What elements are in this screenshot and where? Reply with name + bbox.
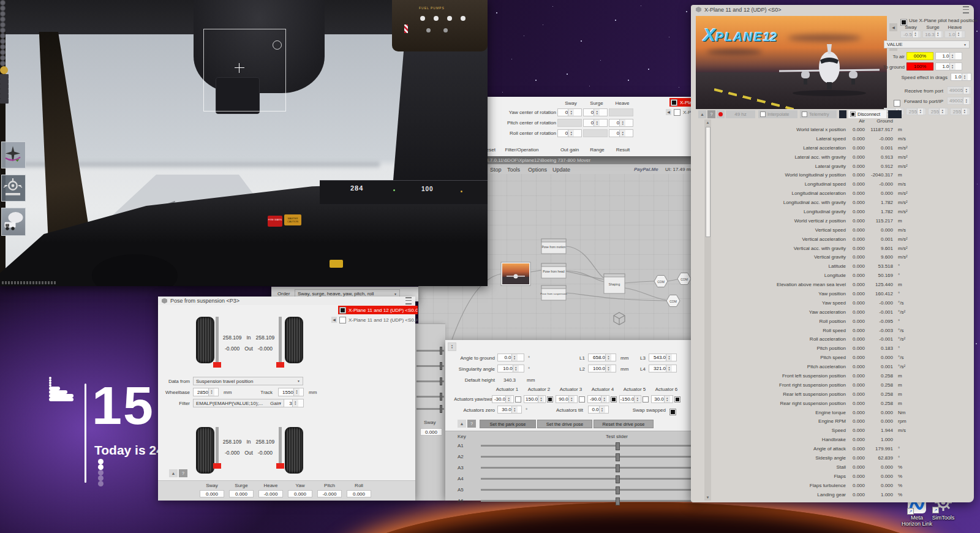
window-menu-icon[interactable] bbox=[963, 6, 969, 13]
telemetry-row[interactable]: Longitudinal gravity0.0001.782m/s² bbox=[709, 207, 973, 216]
actuator-swap-checkbox[interactable] bbox=[515, 396, 521, 403]
com-node-1[interactable]: COM bbox=[654, 276, 668, 287]
telemetry-row[interactable]: Vertical acceleration0.0000.001m/s² bbox=[709, 235, 973, 244]
rear-right-slider[interactable] bbox=[279, 427, 282, 467]
test-slider-thumb[interactable] bbox=[616, 442, 620, 450]
test-slider-track[interactable] bbox=[481, 445, 693, 447]
track-input[interactable]: 1550 bbox=[278, 388, 304, 396]
telemetry-row[interactable]: Vertical acc. with gravity0.0009.601m/s² bbox=[709, 244, 973, 253]
telemetry-row[interactable]: Lateral acc. with gravity0.0000.913m/s² bbox=[709, 153, 973, 162]
l1-input[interactable]: 658.0 bbox=[588, 353, 616, 361]
rotation-cell-input[interactable]: 0 bbox=[583, 119, 608, 127]
pedestal-knob[interactable] bbox=[0, 39, 6, 44]
telemetry-row[interactable]: Yaw position0.000160.412° bbox=[709, 289, 973, 298]
pedestal-knob[interactable] bbox=[0, 28, 6, 33]
panel-button[interactable] bbox=[0, 99, 9, 104]
telemetry-row[interactable]: Elevation above mean sea level0.000125.4… bbox=[709, 280, 973, 289]
menu-stop[interactable]: Stop bbox=[490, 167, 502, 173]
cube-icon[interactable] bbox=[614, 312, 625, 325]
actuator-swap-checkbox[interactable] bbox=[611, 396, 617, 403]
telemetry-row[interactable]: Lateral acceleration0.0000.001m/s² bbox=[709, 143, 973, 153]
swap-swapped-checkbox[interactable] bbox=[669, 409, 676, 415]
actuator-swap-checkbox[interactable] bbox=[643, 396, 649, 403]
head-heave-input[interactable]: 1.0 bbox=[944, 31, 965, 38]
telemetry-row[interactable]: Pitch speed0.0000.000°/s bbox=[709, 353, 973, 362]
test-slider-track[interactable] bbox=[481, 456, 693, 458]
rear-left-slider[interactable] bbox=[216, 427, 219, 467]
panel-button[interactable] bbox=[0, 89, 9, 94]
telemetry-row[interactable]: Longitudinal acceleration0.0000.000m/s² bbox=[709, 189, 973, 198]
test-slider-thumb[interactable] bbox=[616, 464, 620, 472]
corner-spinner[interactable] bbox=[448, 342, 456, 351]
rotation-cell-input[interactable]: 0 bbox=[557, 129, 582, 137]
telemetry-row[interactable]: Longitudinal acc. with gravity0.0001.782… bbox=[709, 198, 973, 207]
spinner[interactable] bbox=[949, 53, 956, 59]
telemetry-row[interactable]: Pitch acceleration0.0000.001°/s² bbox=[709, 362, 973, 371]
panel-button[interactable] bbox=[0, 94, 9, 99]
collapse-button[interactable]: ▲ bbox=[458, 420, 466, 428]
source-item-selected[interactable]: X-Plane 11 and 12 (UDP) <S0.GR bbox=[338, 306, 418, 314]
telemetry-row[interactable]: Stall0.0000.000% bbox=[709, 463, 973, 472]
ip-byte-3[interactable]: 255 bbox=[928, 108, 948, 115]
telemetry-row[interactable]: Landing gear0.0001.000% bbox=[709, 490, 973, 499]
source-checkbox[interactable] bbox=[674, 109, 680, 116]
panel-button[interactable] bbox=[0, 79, 9, 84]
rotation-cell-input[interactable] bbox=[583, 129, 608, 137]
actuator-swap-checkbox[interactable] bbox=[547, 396, 553, 403]
pedestal-knob[interactable] bbox=[0, 0, 6, 6]
test-slider-thumb[interactable] bbox=[616, 497, 620, 505]
spinner[interactable] bbox=[956, 31, 962, 37]
window-menu-icon[interactable] bbox=[405, 297, 412, 304]
telemetry-row[interactable]: Roll acceleration0.000-0.001°/s² bbox=[709, 335, 973, 344]
test-slider-track[interactable] bbox=[481, 467, 693, 469]
spinner[interactable] bbox=[208, 388, 214, 396]
telemetry-row[interactable]: Longitude0.00050.169° bbox=[709, 271, 973, 280]
reset-drive-pose-button[interactable]: Reset the drive pose bbox=[594, 420, 654, 428]
actuator-swap-checkbox[interactable] bbox=[674, 396, 680, 403]
to-air-gain[interactable]: 1.0 bbox=[935, 52, 962, 60]
xplane-sim-window[interactable]: FUEL PUMPS 284 100 FIRE WARN MASTER CAUT… bbox=[0, 0, 488, 286]
pedestal-knob[interactable] bbox=[0, 55, 6, 61]
source-item-other[interactable]: X-Plane 11 and 12 (UDP) <S0.AIR> bbox=[338, 316, 418, 324]
ip-byte-4[interactable]: 255 bbox=[950, 108, 970, 115]
sim-flightpath-tool[interactable] bbox=[1, 142, 26, 168]
telemetry-row[interactable]: Longitudinal speed0.000-0.000m/s bbox=[709, 180, 973, 189]
rotation-cell-input[interactable]: 0 bbox=[609, 129, 633, 137]
image-node[interactable] bbox=[501, 262, 530, 285]
wheelbase-input[interactable]: 2850 bbox=[193, 388, 219, 396]
l3-input[interactable]: 543.0 bbox=[649, 353, 677, 361]
pedestal-knob[interactable] bbox=[0, 44, 6, 50]
source-checkbox[interactable] bbox=[671, 99, 677, 106]
com-node-2[interactable]: COM bbox=[677, 273, 691, 285]
telemetry-row[interactable]: Angle of attack0.000179.991° bbox=[709, 444, 973, 453]
pose-node-3[interactable]: Pose from suspension bbox=[540, 285, 567, 300]
actuator-yaw-input[interactable]: 90.0 bbox=[556, 395, 578, 403]
pose-node-2[interactable]: Pose from head bbox=[541, 263, 566, 278]
pose-node-1[interactable]: Pose from motion bbox=[541, 239, 566, 254]
spinner[interactable] bbox=[666, 354, 672, 361]
spinner[interactable] bbox=[962, 74, 968, 80]
rotation-cell-input[interactable]: 0 bbox=[557, 108, 582, 116]
receive-port-input[interactable]: 49005 bbox=[947, 86, 971, 94]
actuator-yaw-input[interactable]: -90.0 bbox=[587, 395, 609, 403]
telemetry-row[interactable]: Speed0.0001.944m/s bbox=[709, 426, 973, 435]
pedestal-knob[interactable] bbox=[0, 17, 6, 22]
test-slider-track[interactable] bbox=[481, 500, 693, 502]
singularity-input[interactable]: 10.0 bbox=[497, 365, 524, 372]
spinner[interactable] bbox=[605, 365, 611, 372]
menu-update[interactable]: Update bbox=[552, 167, 570, 173]
telemetry-row[interactable]: Engine torque0.0000.000Nm bbox=[709, 408, 973, 417]
speed-effect-input[interactable]: 1.0 bbox=[951, 73, 971, 81]
rotation-cell-input[interactable] bbox=[609, 108, 633, 116]
set-drive-pose-button[interactable]: Set the drive pose bbox=[537, 420, 592, 428]
front-right-slider-thumb[interactable] bbox=[276, 362, 284, 368]
pedestal-knob[interactable] bbox=[0, 50, 6, 55]
source-collapse-button[interactable]: ◀ bbox=[331, 317, 337, 323]
test-slider-track[interactable] bbox=[481, 489, 693, 491]
help-button[interactable]: ? bbox=[179, 469, 187, 477]
com-node-3[interactable]: COM bbox=[666, 295, 680, 307]
panel-button[interactable] bbox=[0, 74, 9, 79]
gold-knob[interactable] bbox=[0, 66, 8, 74]
source-checkbox[interactable] bbox=[339, 317, 346, 323]
telemetry-row[interactable]: Vertical gravity0.0009.600m/s² bbox=[709, 252, 973, 262]
